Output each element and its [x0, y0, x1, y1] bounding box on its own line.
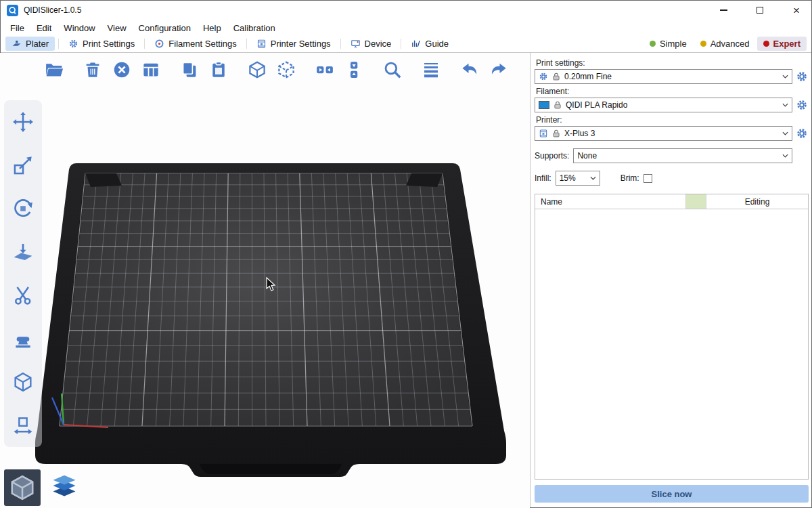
menu-help[interactable]: Help — [197, 22, 227, 35]
filament-detail-button[interactable] — [795, 98, 809, 112]
place-on-face-icon — [12, 240, 35, 263]
arrange-button[interactable] — [139, 58, 163, 82]
menu-window[interactable]: Window — [58, 22, 101, 35]
mode-expert[interactable]: Expert — [757, 37, 807, 51]
paste-button[interactable] — [206, 58, 231, 82]
copy-button[interactable] — [177, 58, 202, 82]
layers-preview-icon — [49, 473, 79, 503]
infill-combo[interactable]: 15% — [556, 171, 600, 186]
printer-combo[interactable]: X-Plus 3 — [535, 126, 792, 141]
mode-label: Advanced — [710, 39, 750, 49]
infill-label: Infill: — [535, 173, 551, 183]
split-objects-button[interactable] — [313, 58, 337, 82]
preview-view-button[interactable] — [46, 469, 83, 506]
menu-edit[interactable]: Edit — [30, 22, 58, 35]
brim-checkbox[interactable] — [644, 174, 652, 183]
cut-tool-button[interactable] — [7, 280, 39, 311]
supports-combo[interactable]: None — [573, 148, 792, 163]
split-objects-icon — [315, 60, 335, 80]
rotate-icon — [12, 197, 35, 220]
maximize-button[interactable] — [744, 0, 775, 20]
filament-color-swatch — [539, 101, 549, 109]
tab-print-settings[interactable]: Print Settings — [62, 37, 141, 51]
filament-combo[interactable]: QIDI PLA Rapido — [535, 98, 792, 112]
tabbar: Plater Print Settings Filament Settings … — [0, 35, 812, 53]
chevron-down-icon — [782, 103, 788, 107]
tab-guide[interactable]: Guide — [405, 37, 455, 51]
printer-icon — [539, 129, 548, 138]
search-button[interactable] — [380, 58, 405, 82]
gear-icon — [796, 99, 808, 111]
measure-tool-button[interactable] — [7, 366, 39, 398]
variable-layer-height-button[interactable] — [419, 58, 443, 82]
device-icon — [351, 39, 361, 49]
tab-separator — [401, 39, 401, 49]
tab-device[interactable]: Device — [344, 37, 398, 51]
delete-button[interactable] — [81, 58, 105, 82]
tab-separator — [144, 39, 145, 49]
mode-advanced[interactable]: Advanced — [694, 37, 756, 51]
support-painting-tool-button[interactable] — [7, 323, 39, 354]
print-settings-combo[interactable]: 0.20mm Fine — [535, 69, 792, 84]
guide-icon — [411, 39, 421, 49]
bed-clip-right — [406, 173, 443, 187]
brim-label: Brim: — [621, 173, 639, 183]
move-icon — [12, 110, 35, 133]
mode-label: Expert — [773, 39, 800, 49]
tab-printer-settings[interactable]: Printer Settings — [250, 37, 337, 51]
close-button[interactable]: × — [781, 0, 812, 20]
printer-settings-icon — [256, 39, 267, 49]
tab-filament-settings[interactable]: Filament Settings — [148, 37, 242, 51]
viewport-3d[interactable] — [0, 53, 530, 508]
build-plate — [0, 53, 530, 508]
gear-icon — [539, 72, 548, 81]
menu-view[interactable]: View — [102, 22, 133, 35]
add-instance-button[interactable] — [245, 58, 269, 82]
object-list-header: Name Editing — [535, 194, 808, 209]
variable-layer-height-icon — [421, 60, 441, 80]
object-list-body[interactable] — [535, 209, 808, 479]
distribute-tool-button[interactable] — [7, 410, 39, 441]
mode-simple[interactable]: Simple — [644, 37, 693, 51]
tab-plater[interactable]: Plater — [5, 37, 55, 51]
delete-all-icon — [112, 60, 132, 80]
expert-mode-dot-icon — [763, 41, 769, 47]
column-header-editing[interactable]: Editing — [706, 194, 808, 209]
filament-value: QIDI PLA Rapido — [566, 100, 779, 110]
tab-label: Printer Settings — [271, 39, 331, 49]
copy-icon — [179, 60, 200, 80]
print-settings-label: Print settings: — [536, 58, 807, 68]
column-header-extruder[interactable] — [686, 194, 706, 209]
undo-button[interactable] — [457, 58, 482, 82]
rotate-tool-button[interactable] — [7, 193, 39, 224]
minimize-button[interactable] — [708, 0, 739, 20]
menu-file[interactable]: File — [4, 22, 30, 35]
tab-separator — [340, 39, 341, 49]
redo-button[interactable] — [487, 58, 511, 82]
gear-icon — [796, 70, 808, 83]
menu-calibration[interactable]: Calibration — [227, 22, 281, 35]
slice-now-button[interactable]: Slice now — [535, 485, 809, 503]
measure-cube-icon — [12, 371, 35, 394]
paste-icon — [208, 60, 229, 80]
delete-all-button[interactable] — [110, 58, 134, 82]
open-project-button[interactable] — [42, 58, 66, 82]
printer-detail-button[interactable] — [795, 127, 809, 140]
menu-configuration[interactable]: Configuration — [133, 22, 197, 35]
printer-label: Printer: — [536, 115, 807, 125]
scale-tool-button[interactable] — [7, 150, 39, 181]
column-header-name[interactable]: Name — [535, 194, 686, 209]
split-parts-button[interactable] — [342, 58, 366, 82]
move-tool-button[interactable] — [7, 106, 39, 137]
editor-view-button[interactable] — [4, 469, 41, 506]
tab-separator — [246, 39, 247, 49]
simple-mode-dot-icon — [650, 41, 656, 47]
menubar: File Edit Window View Configuration Help… — [0, 20, 812, 35]
print-settings-detail-button[interactable] — [795, 70, 809, 83]
view-toggles — [4, 469, 83, 506]
close-icon: × — [793, 5, 800, 16]
window-title: QIDISlicer-1.0.5 — [24, 5, 81, 15]
place-on-face-tool-button[interactable] — [7, 236, 39, 268]
remove-instance-button[interactable] — [274, 58, 298, 82]
object-list[interactable]: Name Editing — [535, 194, 809, 480]
